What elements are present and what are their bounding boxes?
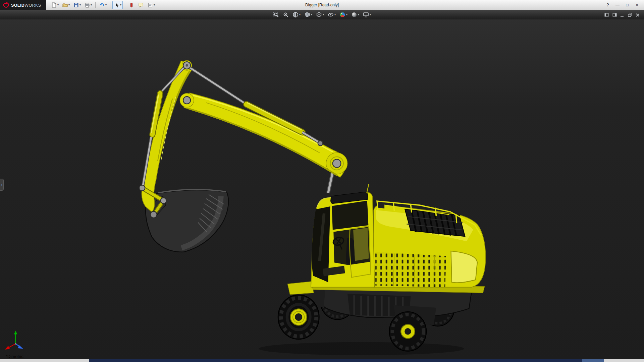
options-sheet-icon xyxy=(147,2,153,8)
dropdown-caret[interactable]: ▾ xyxy=(91,4,92,6)
save-floppy-icon xyxy=(73,2,79,8)
digger-model[interactable] xyxy=(139,60,485,355)
dassault-systemes-logo-icon xyxy=(3,2,9,8)
section-view-icon xyxy=(292,12,299,18)
dropdown-caret[interactable]: ▾ xyxy=(68,4,70,6)
view-settings-monitor-icon xyxy=(363,12,369,18)
status-segment-right xyxy=(604,359,644,362)
ground-shadow xyxy=(259,342,464,355)
close-document-icon[interactable] xyxy=(635,13,640,17)
edit-appearance-ball-icon xyxy=(339,12,345,18)
minimize-document-icon[interactable] xyxy=(620,13,625,17)
graphics-area[interactable]: ▾ ▾ ▾ ▾ xyxy=(0,10,644,359)
comment-button[interactable] xyxy=(137,1,145,9)
edit-color-icon xyxy=(128,2,135,8)
dropdown-caret[interactable]: ▾ xyxy=(79,4,81,6)
expand-left-pane-icon[interactable] xyxy=(604,13,609,17)
dropdown-caret[interactable]: ▾ xyxy=(120,4,121,6)
dropdown-caret[interactable]: ▾ xyxy=(57,4,59,6)
zoom-to-area-button[interactable] xyxy=(282,11,290,18)
edit-color-button[interactable] xyxy=(127,1,136,9)
comment-icon xyxy=(138,2,144,8)
wheel-front-left[interactable] xyxy=(278,295,319,339)
new-document-button[interactable]: ▾ xyxy=(50,1,60,9)
display-style-button[interactable]: ▾ xyxy=(315,11,325,18)
help-button[interactable]: ? xyxy=(603,1,612,9)
display-style-cube-icon xyxy=(316,12,322,18)
status-bar xyxy=(0,359,644,362)
brand-works: WORKS xyxy=(24,3,41,8)
zoom-to-fit-icon xyxy=(273,12,279,18)
view-orientation-cube-icon xyxy=(304,12,310,18)
new-document-icon xyxy=(51,2,57,8)
undo-button[interactable]: ▾ xyxy=(98,1,108,9)
dropdown-caret[interactable]: ▾ xyxy=(311,13,312,16)
hide-show-eye-icon xyxy=(328,12,334,18)
dropdown-caret[interactable]: ▾ xyxy=(154,4,155,6)
expand-right-pane-icon[interactable] xyxy=(612,13,617,17)
cab[interactable] xyxy=(311,184,375,287)
solidworks-logo: SOLIDWORKS xyxy=(0,0,46,10)
hide-show-items-button[interactable]: ▾ xyxy=(327,11,337,18)
status-segment-middle xyxy=(89,359,582,362)
heads-up-toolbar: ▾ ▾ ▾ ▾ xyxy=(0,10,644,19)
main-toolbar: ▾ ▾ ▾ xyxy=(46,0,156,10)
view-orientation-button[interactable]: ▾ xyxy=(303,11,313,18)
minimize-window-button[interactable]: — xyxy=(613,1,622,9)
section-view-button[interactable]: ▾ xyxy=(291,11,302,18)
toolbar-separator xyxy=(125,2,125,8)
document-window-controls xyxy=(604,10,640,19)
dropdown-caret[interactable]: ▾ xyxy=(299,13,301,16)
apply-scene-button[interactable]: ▾ xyxy=(350,11,360,18)
orientation-triad[interactable] xyxy=(5,330,23,349)
save-button[interactable]: ▾ xyxy=(72,1,82,9)
open-button[interactable]: ▾ xyxy=(61,1,71,9)
dropdown-caret[interactable]: ▾ xyxy=(334,13,336,16)
window-controls: ? — □ × xyxy=(603,0,644,10)
open-folder-icon xyxy=(62,2,68,8)
dropdown-caret[interactable]: ▾ xyxy=(105,4,107,6)
titlebar: SOLIDWORKS ▾ ▾ xyxy=(0,0,644,10)
solidworks-window: SOLIDWORKS ▾ ▾ xyxy=(0,0,644,362)
side-vent-grille[interactable] xyxy=(375,252,446,287)
zoom-to-area-icon xyxy=(283,12,289,18)
toolbar-separator xyxy=(95,2,96,8)
boom[interactable] xyxy=(180,93,347,177)
wheel-rear-right[interactable] xyxy=(389,312,426,351)
antenna xyxy=(367,184,369,193)
view-orientation-label: *Dimetric xyxy=(6,354,23,359)
model-canvas[interactable] xyxy=(0,10,644,359)
status-segment-accent xyxy=(582,359,604,362)
toolbar-separator xyxy=(110,2,110,8)
dropdown-caret[interactable]: ▾ xyxy=(323,13,324,16)
front-fender[interactable] xyxy=(287,282,314,295)
apply-scene-ball-icon xyxy=(351,12,357,18)
restore-document-icon[interactable] xyxy=(628,13,632,17)
options-button[interactable]: ▾ xyxy=(146,1,156,9)
print-icon xyxy=(84,2,90,8)
print-button[interactable]: ▾ xyxy=(83,1,93,9)
zoom-to-fit-button[interactable] xyxy=(272,11,280,18)
view-settings-button[interactable]: ▾ xyxy=(362,11,372,18)
undo-icon xyxy=(99,2,105,8)
dropdown-caret[interactable]: ▾ xyxy=(370,13,371,16)
dropdown-caret[interactable]: ▾ xyxy=(358,13,359,16)
dropdown-caret[interactable]: ▾ xyxy=(346,13,347,16)
maximize-window-button[interactable]: □ xyxy=(623,1,632,9)
select-cursor-icon xyxy=(114,2,120,8)
close-window-button[interactable]: × xyxy=(633,1,641,9)
brand-solid: SOLID xyxy=(11,3,24,8)
engine-housing[interactable] xyxy=(374,201,485,287)
status-segment-left xyxy=(0,359,89,362)
brand-text: SOLIDWORKS xyxy=(11,2,41,8)
edit-appearance-button[interactable]: ▾ xyxy=(338,11,348,18)
feature-manager-collapse-tab[interactable]: ‹ xyxy=(0,179,4,191)
select-tool-button[interactable]: ▾ xyxy=(112,1,123,9)
